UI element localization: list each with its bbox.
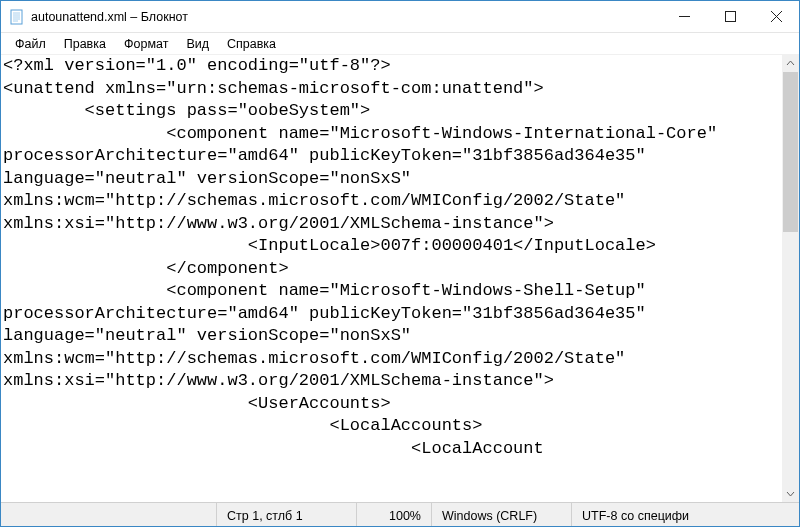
menu-view[interactable]: Вид [178, 36, 217, 52]
titlebar: autounattend.xml – Блокнот [1, 1, 799, 33]
status-eol: Windows (CRLF) [431, 503, 571, 526]
status-empty [1, 503, 216, 526]
maximize-button[interactable] [707, 1, 753, 33]
scroll-up-icon[interactable] [782, 55, 799, 72]
scroll-down-icon[interactable] [782, 485, 799, 502]
scrollbar-track[interactable] [782, 72, 799, 485]
svg-rect-7 [725, 12, 735, 22]
status-encoding: UTF-8 со специфи [571, 503, 799, 526]
close-button[interactable] [753, 1, 799, 33]
minimize-button[interactable] [661, 1, 707, 33]
notepad-icon [9, 9, 25, 25]
statusbar: Стр 1, стлб 1 100% Windows (CRLF) UTF-8 … [1, 502, 799, 526]
scrollbar-thumb[interactable] [783, 72, 798, 232]
menu-format[interactable]: Формат [116, 36, 176, 52]
menu-file[interactable]: Файл [7, 36, 54, 52]
editor-area: <?xml version="1.0" encoding="utf-8"?> <… [1, 55, 799, 502]
status-zoom: 100% [356, 503, 431, 526]
menu-edit[interactable]: Правка [56, 36, 114, 52]
menu-help[interactable]: Справка [219, 36, 284, 52]
text-editor[interactable]: <?xml version="1.0" encoding="utf-8"?> <… [1, 55, 782, 502]
vertical-scrollbar[interactable] [782, 55, 799, 502]
window-title: autounattend.xml – Блокнот [31, 10, 188, 24]
status-position: Стр 1, стлб 1 [216, 503, 356, 526]
menubar: Файл Правка Формат Вид Справка [1, 33, 799, 55]
